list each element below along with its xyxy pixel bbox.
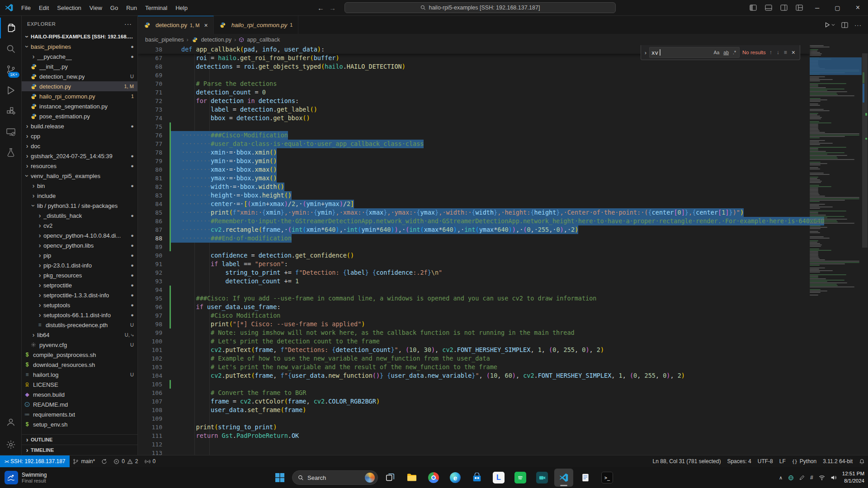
find-next-icon[interactable]: ↓ [776,49,780,56]
menu-help[interactable]: Help [171,3,192,13]
customize-layout-icon[interactable] [792,2,807,14]
pen-icon[interactable] [799,475,805,480]
code-line-84[interactable]: 84········center·=·[(xmin+xmax)/2,·(ymin… [138,200,810,208]
menu-selection[interactable]: Selection [53,3,85,13]
remote-explorer-icon[interactable] [0,122,22,142]
tree-item-cpp[interactable]: ›cpp [22,131,137,141]
wifi-icon[interactable] [819,474,825,481]
tree-item-lib-python3-11-site-packages[interactable]: ›lib / python3.11 / site-packages [22,201,137,211]
code-line-95[interactable]: 95 ###Cisco: If you add --use-frame in c… [138,294,810,303]
find-in-selection-icon[interactable]: ≡ [783,49,788,56]
code-line-108[interactable]: 108 user_data.set_frame(frame) [138,406,810,414]
code-line-94[interactable]: 94 [138,286,810,294]
code-line-73[interactable]: 73 label = detection.get_label() [138,105,810,114]
split-editor-icon[interactable] [841,22,848,28]
tree-item-resources[interactable]: ›resources● [22,161,137,171]
code-editor[interactable]: 38def app_callback(pad, info, user_data)… [138,45,868,455]
tree-item--distutils-hack[interactable]: ›_distutils_hack● [22,211,137,221]
code-line-97[interactable]: 97 #Cisco Modification [138,311,810,320]
tree-item-detection-new-py[interactable]: detection_new.pyU [22,71,137,81]
code-line-87[interactable]: 87········cv2.rectangle(frame,·(int(xmin… [138,225,810,234]
code-line-105[interactable]: 105 [138,380,810,389]
task-view-icon[interactable] [381,469,400,487]
extensions-icon[interactable] [0,101,22,122]
testing-icon[interactable] [0,142,22,163]
vscode-icon[interactable] [554,469,573,487]
tree-item-pyvenv-cfg[interactable]: pyvenv.cfgU [22,340,137,350]
find-previous-icon[interactable]: ↑ [769,49,773,56]
code-line-98[interactable]: 98 print("[*] Cisco: --use-frame is appl… [138,320,810,328]
tree-item-distutils-precedence-pth[interactable]: ≡distutils-precedence.pthU [22,320,137,330]
tree-item-setproctitle-1-3-3-dist-info[interactable]: ›setproctitle-1.3.3.dist-info● [22,290,137,300]
minimize-button[interactable]: ─ [807,0,827,15]
menu-view[interactable]: View [85,3,106,13]
notifications-bell-icon[interactable] [856,455,868,467]
run-debug-icon[interactable] [0,80,22,101]
tree-item-hailort-log[interactable]: ≡hailort.logU [22,370,137,380]
tree-item-pkg-resources[interactable]: ›pkg_resources● [22,270,137,280]
tree-item-requirements-txt[interactable]: ≔requirements.txt [22,409,137,419]
code-line-80[interactable]: 80········xmax·=·bbox.xmax() [138,165,810,174]
ports-status[interactable]: 0 [142,455,159,467]
tree-item-doc[interactable]: ›doc [22,141,137,151]
tree-item-basic-pipelines[interactable]: ›basic_pipelines● [22,42,137,52]
tree-item-include[interactable]: ›include [22,191,137,201]
nav-back-button[interactable]: ← [315,4,326,12]
command-center-search[interactable]: hailo-rpi5-examples [SSH: 192.168.137.18… [344,2,616,13]
code-line-106[interactable]: 106 # Convert the frame to BGR [138,389,810,397]
code-line-68[interactable]: 68 detections = roi.get_objects_typed(ha… [138,62,810,71]
hidden-icons-chevron[interactable]: ∧ [779,475,783,481]
code-line-85[interactable]: 85········print(f"xmin:·{xmin},·ymin:·{y… [138,208,810,217]
edge-icon[interactable]: e [446,469,465,487]
code-line-107[interactable]: 107 frame = cv2.cvtColor(frame, cv2.COLO… [138,397,810,406]
code-line-113[interactable]: 113 [138,449,810,455]
close-button[interactable]: × [848,0,868,15]
indentation-status[interactable]: Spaces: 4 [724,455,754,467]
tree-item-pip[interactable]: ›pip● [22,250,137,260]
code-line-96[interactable]: 96 if user_data.use_frame: [138,303,810,311]
accounts-icon[interactable] [0,412,22,432]
code-line-93[interactable]: 93 detection_count += 1 [138,277,810,286]
widgets-button[interactable]: Swimming Final result [5,471,47,484]
explorer-icon[interactable] [0,18,22,38]
source-control-icon[interactable]: 1K+ [0,59,22,80]
code-line-103[interactable]: 103 # Let's print the new_variable and t… [138,363,810,371]
taskbar-search-box[interactable]: Search [292,470,378,485]
store-icon[interactable] [467,469,486,487]
eol-status[interactable]: LF [776,455,789,467]
sync-changes-button[interactable] [98,455,110,467]
code-line-99[interactable]: 99 # Note: using imshow will not work he… [138,328,810,337]
encoding-status[interactable]: UTF-8 [755,455,776,467]
menu-file[interactable]: File [17,3,35,13]
nav-forward-button[interactable]: → [326,4,338,12]
code-line-75[interactable]: 75 [138,122,810,131]
tree-item--pycache-[interactable]: ›__pycache__● [22,52,137,61]
tree-item-instance-segmentation-py[interactable]: instance_segmentation.py [22,101,137,111]
tree-item-compile-postprocess-sh[interactable]: $compile_postprocess.sh [22,350,137,360]
tree-item-setuptools[interactable]: ›setuptools● [22,300,137,310]
tree-item-setuptools-66-1-1-dist-info[interactable]: ›setuptools-66.1.1.dist-info● [22,310,137,320]
terminal-icon[interactable]: >_ [598,469,617,487]
breadcrumb-item[interactable]: detection.py [201,37,231,43]
tab-close-icon[interactable]: × [204,22,208,29]
whole-word-icon[interactable]: ab [722,49,730,56]
code-line-86[interactable]: 86········#Remember·to·input·the·GStream… [138,217,810,225]
green-app-icon[interactable] [511,469,530,487]
tree-item--init-py[interactable]: __init__.py [22,61,137,71]
find-close-icon[interactable]: × [791,49,796,56]
explorer-more-actions-icon[interactable]: ··· [124,20,132,28]
taskbar-clock[interactable]: 12:51 PM 8/1/2024 [842,470,864,484]
problems-status[interactable]: 0 2 [110,455,141,467]
remote-indicator[interactable]: >< SSH: 192.168.137.187 [0,455,70,467]
code-line-102[interactable]: 102 # Example of how to use the new_vari… [138,354,810,363]
tree-item-detection-py[interactable]: detection.py1, M [22,81,137,91]
regex-icon[interactable]: .* [731,49,737,56]
ime-indicator[interactable]: # [810,474,813,481]
tree-item-license[interactable]: LICENSE [22,380,137,389]
breadcrumb-item[interactable]: basic_pipelines [145,37,184,43]
code-line-76[interactable]: 76········###Cisco·Modification [138,131,810,140]
run-python-file-icon[interactable] [824,22,835,28]
tree-item-pip-23-0-1-dist-info[interactable]: ›pip-23.0.1.dist-info● [22,260,137,270]
tree-item-bin[interactable]: ›bin● [22,181,137,191]
tree-item-opencv-python-libs[interactable]: ›opencv_python.libs● [22,240,137,250]
